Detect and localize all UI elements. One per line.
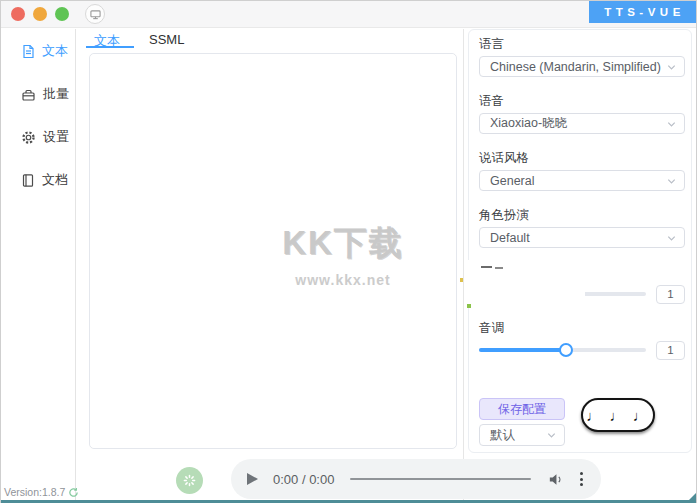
chevron-down-icon xyxy=(666,61,677,72)
app-brand: TTS-VUE xyxy=(589,1,696,23)
preset-select[interactable]: 默认 xyxy=(479,424,565,446)
player-time: 0:00 / 0:00 xyxy=(273,472,334,487)
document-icon xyxy=(21,44,35,59)
resize-handle[interactable] xyxy=(689,493,696,500)
monitor-icon xyxy=(90,9,101,20)
app-window: TTS-VUE 文本 批量 xyxy=(0,0,697,503)
role-label: 角色扮演 xyxy=(479,208,685,222)
pitch-label: 音调 xyxy=(479,321,685,335)
sidebar-item-docs[interactable]: 文档 xyxy=(1,168,75,192)
music-notes-icon: ♩ ♩ ♩ xyxy=(586,407,649,424)
chevron-down-icon xyxy=(666,232,677,243)
pitch-slider-thumb[interactable] xyxy=(559,343,573,357)
save-config-button[interactable]: 保存配置 xyxy=(479,398,565,420)
pitch-field: 音调 xyxy=(479,321,685,360)
play-icon[interactable] xyxy=(247,473,258,485)
tab-ssml[interactable]: SSML xyxy=(149,32,184,52)
version-label: Version:1.8.7 xyxy=(4,486,79,498)
sidebar-item-label: 文本 xyxy=(42,42,68,60)
speed-value-input[interactable] xyxy=(656,285,685,304)
language-label: 语言 xyxy=(479,37,685,51)
language-field: 语言 Chinese (Mandarin, Simplified) xyxy=(479,37,685,77)
editor-tabs: 文本 SSML xyxy=(89,32,184,52)
close-button[interactable] xyxy=(11,7,25,21)
minimize-button[interactable] xyxy=(33,7,47,21)
watermark-artifact xyxy=(467,304,471,308)
audio-player: 0:00 / 0:00 xyxy=(231,459,601,499)
book-icon xyxy=(21,173,35,188)
refresh-icon[interactable] xyxy=(68,487,79,498)
more-options-icon[interactable] xyxy=(578,470,585,488)
speed-field: 语速 xyxy=(479,265,685,304)
watermark-artifact xyxy=(460,278,463,282)
sidebar-item-label: 设置 xyxy=(43,128,69,146)
text-editor-card xyxy=(89,53,457,449)
title-bar: TTS-VUE xyxy=(1,1,696,28)
pitch-slider-fill xyxy=(479,348,566,352)
text-input[interactable] xyxy=(90,54,456,448)
voice-select[interactable]: Xiaoxiao-晓晓 xyxy=(479,113,685,134)
sidebar-item-label: 文档 xyxy=(42,171,68,189)
generate-audio-button[interactable] xyxy=(176,467,203,494)
config-controls: 保存配置 默认 ♩ ♩ ♩ xyxy=(479,398,685,446)
watermark-artifact xyxy=(495,267,503,269)
tab-text[interactable]: 文本 xyxy=(94,32,120,52)
spinner-icon xyxy=(183,474,196,487)
voice-label: 语音 xyxy=(479,94,685,108)
sidebar-item-settings[interactable]: 设置 xyxy=(1,125,75,149)
role-select[interactable]: Default xyxy=(479,227,685,248)
language-select[interactable]: Chinese (Mandarin, Simplified) xyxy=(479,56,685,77)
voice-field: 语音 Xiaoxiao-晓晓 xyxy=(479,94,685,134)
screen-capture-button[interactable] xyxy=(85,4,105,24)
panel-divider xyxy=(463,29,464,500)
speed-slider-row xyxy=(479,284,685,304)
pitch-slider-row xyxy=(479,340,685,360)
sidebar-item-batch[interactable]: 批量 xyxy=(1,82,75,106)
pitch-slider[interactable] xyxy=(479,348,646,352)
style-label: 说话风格 xyxy=(479,151,685,165)
sidebar: 文本 批量 设置 文档 xyxy=(1,29,76,500)
gear-icon xyxy=(21,130,36,145)
batch-box-icon xyxy=(21,87,36,102)
watermark-patch xyxy=(468,260,585,306)
settings-panel: 语言 Chinese (Mandarin, Simplified) 语音 Xia… xyxy=(468,29,692,453)
active-tab-underline xyxy=(86,46,134,48)
style-select[interactable]: General xyxy=(479,170,685,191)
style-field: 说话风格 General xyxy=(479,151,685,191)
sidebar-item-text[interactable]: 文本 xyxy=(1,39,75,63)
pitch-value-input[interactable] xyxy=(656,341,685,360)
maximize-button[interactable] xyxy=(55,7,69,21)
player-progress-bar[interactable] xyxy=(350,478,531,480)
role-field: 角色扮演 Default xyxy=(479,208,685,248)
play-sample-button[interactable]: ♩ ♩ ♩ xyxy=(581,398,655,432)
chevron-down-icon xyxy=(666,118,677,129)
volume-icon[interactable] xyxy=(547,471,564,488)
chevron-down-icon xyxy=(546,430,557,441)
chevron-down-icon xyxy=(666,175,677,186)
watermark-artifact xyxy=(481,266,492,268)
sidebar-item-label: 批量 xyxy=(43,85,69,103)
